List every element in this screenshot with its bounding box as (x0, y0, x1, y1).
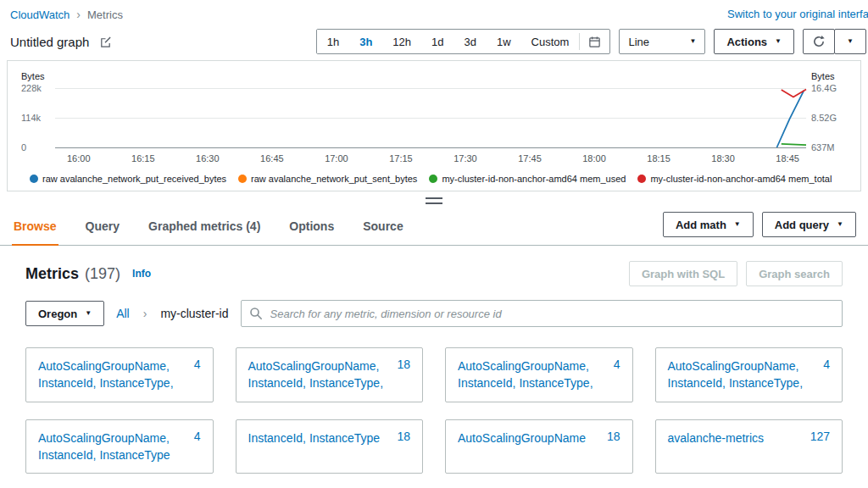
card-label: AutoScalingGroupName, InstanceId, Instan… (38, 358, 186, 392)
tab-actions: Add math ▼ Add query ▼ (663, 212, 856, 245)
metrics-filter-breadcrumb: All › my-cluster-id (116, 307, 228, 320)
chevron-down-icon: ▼ (85, 310, 92, 317)
tab-options[interactable]: Options (287, 210, 336, 246)
metrics-browser: Metrics (197) Info Graph with SQL Graph … (0, 246, 868, 474)
x-tick: 17:30 (453, 153, 477, 166)
edit-pencil-icon (99, 36, 112, 48)
breadcrumb-cloudwatch-link[interactable]: CloudWatch (10, 8, 70, 21)
card-count: 4 (194, 358, 201, 371)
left-axis-ticks: 228k 114k 0 (13, 88, 55, 147)
card-count: 4 (194, 430, 201, 443)
region-select-button[interactable]: Oregon ▼ (25, 301, 104, 326)
card-count: 127 (810, 430, 830, 443)
card-count: 4 (823, 358, 830, 371)
legend-dot-icon (637, 175, 646, 183)
metric-chart-panel: Bytes Bytes 228k 114k 0 16.4G 8.52G 637M… (7, 60, 861, 191)
x-axis-ticks: 16:00 16:15 16:30 16:45 17:00 17:15 17:3… (55, 147, 806, 166)
metrics-header-buttons: Graph with SQL Graph search (629, 261, 843, 286)
breadcrumb-current: Metrics (87, 8, 123, 21)
chart-legend: raw avalanche_network_put_received_bytes… (13, 166, 855, 184)
dimension-card[interactable]: AutoScalingGroupName 18 (445, 419, 633, 474)
dimension-card[interactable]: AutoScalingGroupName, InstanceId, Instan… (655, 347, 843, 402)
chevron-down-icon: ▼ (847, 38, 854, 45)
x-tick: 17:00 (325, 153, 348, 166)
card-count: 18 (397, 430, 410, 443)
legend-label: raw avalanche_network_put_sent_bytes (251, 174, 417, 184)
dimension-card[interactable]: AutoScalingGroupName, InstanceId, Instan… (445, 347, 633, 402)
add-query-button[interactable]: Add query ▼ (762, 212, 856, 237)
right-tick: 637M (811, 142, 835, 152)
left-tick: 0 (21, 142, 26, 152)
graph-search-button[interactable]: Graph search (746, 261, 843, 286)
card-label: InstanceId, InstanceType (248, 430, 389, 446)
legend-label: raw avalanche_network_put_received_bytes (42, 174, 226, 184)
x-tick: 18:30 (711, 153, 735, 166)
tab-query[interactable]: Query (84, 210, 121, 246)
x-tick: 18:00 (582, 153, 606, 166)
metrics-header: Metrics (197) Info Graph with SQL Graph … (25, 261, 843, 286)
add-math-button[interactable]: Add math ▼ (663, 212, 754, 237)
x-tick: 17:45 (518, 153, 542, 166)
chart-series-svg (55, 88, 806, 147)
time-range-1d[interactable]: 1d (421, 30, 453, 53)
card-count: 18 (397, 358, 410, 371)
refresh-split-button: ▼ (803, 29, 861, 54)
refresh-icon (812, 35, 826, 48)
legend-dot-icon (429, 175, 437, 183)
time-range-3d[interactable]: 3d (454, 30, 487, 53)
dimension-card[interactable]: AutoScalingGroupName, InstanceId, Instan… (236, 347, 424, 402)
legend-item-mem-total[interactable]: my-cluster-id-non-anchor-amd64 mem_total (637, 174, 832, 184)
metrics-filter-bar: Oregon ▼ All › my-cluster-id (25, 300, 843, 327)
chart-plot-area[interactable] (55, 88, 806, 147)
tab-graphed-metrics[interactable]: Graphed metrics (4) (147, 210, 262, 246)
breadcrumb-bar: CloudWatch›Metrics Switch to your origin… (0, 0, 868, 25)
time-range-custom[interactable]: Custom (521, 30, 580, 53)
dimension-card[interactable]: AutoScalingGroupName, InstanceId, Instan… (25, 419, 214, 474)
custom-date-picker-button[interactable] (579, 33, 609, 50)
left-tick: 228k (21, 83, 42, 93)
x-axis-baseline (55, 147, 806, 148)
dimension-cards-grid: AutoScalingGroupName, InstanceId, Instan… (25, 347, 843, 474)
refresh-options-button[interactable]: ▼ (834, 29, 866, 54)
left-tick: 114k (21, 113, 41, 123)
tab-browse[interactable]: Browse (12, 210, 58, 246)
x-tick: 17:15 (389, 153, 413, 166)
switch-interface-link[interactable]: Switch to your original interface (727, 8, 868, 20)
right-tick: 16.4G (811, 83, 837, 93)
legend-label: my-cluster-id-non-anchor-amd64 mem_total (650, 174, 832, 184)
graph-with-sql-button[interactable]: Graph with SQL (629, 261, 737, 286)
chart-grid: Bytes Bytes 228k 114k 0 16.4G 8.52G 637M… (13, 71, 855, 166)
metrics-title: Metrics (25, 265, 79, 283)
series-line-received-bytes (776, 91, 804, 147)
tab-source[interactable]: Source (361, 210, 404, 246)
dimension-card[interactable]: InstanceId, InstanceType 18 (236, 419, 424, 474)
graph-title: Untitled graph (10, 35, 89, 49)
info-link[interactable]: Info (132, 268, 151, 280)
legend-dot-icon (30, 175, 38, 183)
legend-item-received-bytes[interactable]: raw avalanche_network_put_received_bytes (30, 174, 226, 184)
refresh-button[interactable] (803, 29, 835, 54)
rename-graph-button[interactable] (96, 34, 115, 50)
x-tick: 16:30 (196, 153, 220, 166)
splitter-drag-handle-icon[interactable] (426, 197, 442, 204)
actions-button[interactable]: Actions ▼ (714, 29, 794, 54)
time-range-12h[interactable]: 12h (382, 30, 421, 53)
legend-item-sent-bytes[interactable]: raw avalanche_network_put_sent_bytes (238, 174, 417, 184)
filter-current: my-cluster-id (160, 307, 228, 320)
card-label: AutoScalingGroupName, InstanceId, Instan… (38, 430, 186, 464)
time-range-3h[interactable]: 3h (349, 30, 382, 53)
metric-search-input[interactable] (241, 300, 843, 327)
dimension-card[interactable]: avalanche-metrics 127 (655, 419, 843, 474)
time-range-1h[interactable]: 1h (317, 30, 349, 53)
right-tick: 8.52G (811, 113, 837, 123)
x-tick: 18:15 (647, 153, 670, 166)
filter-all-link[interactable]: All (116, 307, 130, 320)
legend-dot-icon (238, 175, 247, 183)
legend-item-mem-used[interactable]: my-cluster-id-non-anchor-amd64 mem_used (429, 174, 626, 184)
calendar-icon (588, 36, 601, 48)
chart-type-value: Line (628, 36, 649, 48)
dimension-card[interactable]: AutoScalingGroupName, InstanceId, Instan… (25, 347, 214, 402)
card-label: AutoScalingGroupName, InstanceId, Instan… (458, 358, 605, 392)
time-range-1w[interactable]: 1w (487, 30, 521, 53)
chart-type-select[interactable]: Line ▼ (619, 29, 705, 54)
